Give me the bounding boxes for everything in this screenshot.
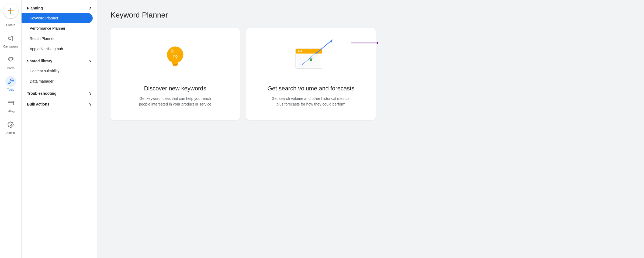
sidebar-section-planning[interactable]: Planning ∧ bbox=[22, 3, 97, 13]
svg-rect-18 bbox=[297, 55, 320, 67]
planning-chevron-icon: ∧ bbox=[89, 6, 92, 10]
external-arrow-icon bbox=[315, 38, 337, 55]
credit-card-icon bbox=[8, 100, 14, 106]
lightbulb-icon-area bbox=[158, 41, 193, 76]
plus-multicolor-icon bbox=[7, 7, 15, 15]
svg-point-6 bbox=[167, 46, 183, 63]
lightbulb-icon bbox=[160, 44, 190, 73]
search-volume-card[interactable]: Get search volume and forecasts Get sear… bbox=[246, 28, 376, 120]
svg-point-17 bbox=[300, 50, 302, 52]
tools-icon-wrap bbox=[5, 76, 16, 87]
page-title: Keyword Planner bbox=[110, 11, 631, 19]
discover-keywords-card[interactable]: Discover new keywords Get keyword ideas … bbox=[110, 28, 240, 120]
discover-keywords-description: Get keyword ideas that can help you reac… bbox=[135, 96, 216, 107]
troubleshooting-chevron-icon: ∨ bbox=[89, 91, 92, 96]
svg-marker-23 bbox=[330, 40, 333, 43]
sidebar-item-app-advertising-hub[interactable]: App advertising hub bbox=[22, 44, 93, 54]
sidebar: Planning ∧ Keyword Planner Performance P… bbox=[22, 0, 97, 258]
chart-icon-area bbox=[293, 41, 328, 76]
sidebar-item-keyword-planner[interactable]: Keyword Planner bbox=[22, 13, 93, 23]
sidebar-section-shared-library[interactable]: Shared library ∨ bbox=[22, 56, 97, 66]
svg-point-5 bbox=[10, 124, 12, 125]
icon-nav: Create Campaigns Goals Tools bbox=[0, 0, 22, 258]
sidebar-item-performance-planner[interactable]: Performance Planner bbox=[22, 23, 93, 33]
goals-icon-wrap bbox=[5, 55, 16, 65]
create-button[interactable] bbox=[3, 3, 18, 18]
megaphone-icon bbox=[8, 35, 14, 42]
sidebar-section-troubleshooting[interactable]: Troubleshooting ∨ bbox=[22, 89, 97, 98]
admin-icon-wrap bbox=[5, 119, 16, 130]
svg-point-19 bbox=[310, 58, 312, 61]
discover-keywords-title: Discover new keywords bbox=[144, 85, 206, 93]
campaigns-icon-wrap bbox=[5, 33, 16, 44]
search-volume-description: Get search volume and other historical m… bbox=[271, 96, 351, 107]
svg-marker-12 bbox=[377, 42, 378, 44]
nav-item-admin[interactable]: Admin bbox=[0, 117, 21, 137]
svg-rect-7 bbox=[172, 62, 178, 64]
svg-rect-9 bbox=[173, 65, 177, 66]
main-content: Keyword Planner Discover n bbox=[97, 0, 644, 258]
cards-container: Discover new keywords Get keyword ideas … bbox=[110, 28, 631, 120]
billing-icon-wrap bbox=[5, 98, 16, 108]
nav-item-campaigns[interactable]: Campaigns bbox=[0, 30, 21, 51]
gear-icon bbox=[8, 121, 14, 128]
nav-item-billing[interactable]: Billing bbox=[0, 95, 21, 116]
sidebar-item-reach-planner[interactable]: Reach Planner bbox=[22, 33, 93, 44]
sidebar-item-content-suitability[interactable]: Content suitability bbox=[22, 66, 93, 76]
svg-point-16 bbox=[298, 50, 300, 52]
trophy-icon bbox=[8, 57, 14, 63]
svg-line-22 bbox=[316, 40, 333, 53]
bulk-actions-chevron-icon: ∨ bbox=[89, 102, 92, 106]
nav-item-tools[interactable]: Tools bbox=[0, 73, 21, 94]
nav-item-goals[interactable]: Goals bbox=[0, 52, 21, 72]
nav-item-create-label[interactable]: Create bbox=[0, 21, 21, 29]
sidebar-item-data-manager[interactable]: Data manager bbox=[22, 76, 93, 86]
search-volume-title: Get search volume and forecasts bbox=[268, 85, 355, 93]
svg-rect-8 bbox=[173, 64, 178, 65]
sidebar-section-bulk-actions[interactable]: Bulk actions ∨ bbox=[22, 99, 97, 109]
svg-rect-4 bbox=[8, 101, 13, 105]
shared-library-chevron-icon: ∨ bbox=[89, 59, 92, 63]
wrench-icon bbox=[8, 78, 14, 85]
